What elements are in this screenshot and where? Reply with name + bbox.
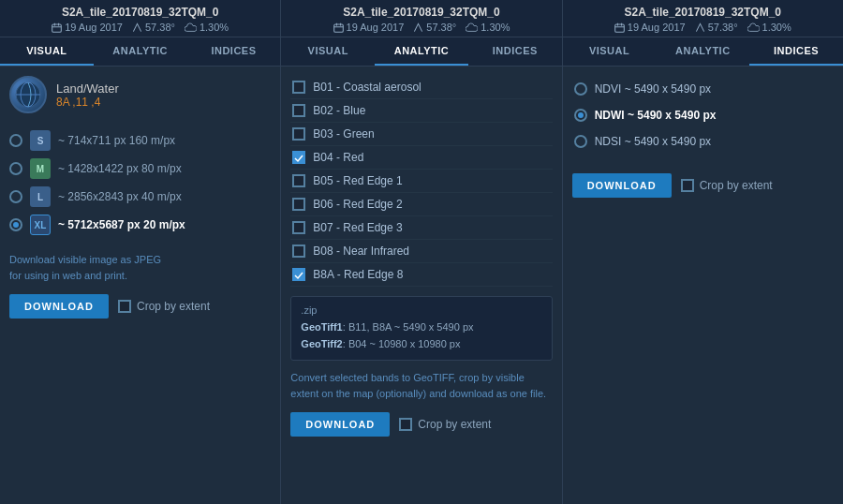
band-B02[interactable]: B02 - Blue	[290, 99, 552, 123]
visual-date: 19 Aug 2017	[52, 22, 123, 33]
product-name: Land/Water	[56, 82, 119, 96]
size-option-l[interactable]: L ~ 2856x2843 px 40 m/px	[9, 183, 271, 211]
band-B06-label: B06 - Red Edge 2	[313, 198, 402, 211]
tab-analytic-analytic[interactable]: ANALYTIC	[375, 37, 468, 66]
convert-info: Convert selected bands to GeoTIFF, crop …	[290, 370, 552, 401]
tab-analytic-visual[interactable]: VISUAL	[281, 37, 375, 66]
product-icon	[9, 76, 47, 113]
checkbox-B03[interactable]	[292, 127, 305, 141]
visual-crop-check[interactable]: Crop by extent	[118, 300, 210, 313]
indices-date: 19 Aug 2017	[614, 22, 686, 33]
radio-xl[interactable]	[9, 218, 22, 231]
tab-visual-visual[interactable]: VISUAL	[0, 37, 94, 66]
product-info: Land/Water 8A ,11 ,4	[56, 82, 119, 109]
analytic-tabs: VISUAL ANALYTIC INDICES	[281, 37, 561, 67]
radio-s[interactable]	[9, 134, 22, 147]
index-NDVI-label: NDVI ~ 5490 x 5490 px	[595, 82, 711, 96]
zip-label: .zip	[301, 304, 541, 316]
zip-key-2: GeoTiff2	[301, 338, 342, 349]
radio-l[interactable]	[9, 190, 22, 203]
checkbox-B04[interactable]	[292, 151, 305, 164]
tab-visual-indices[interactable]: INDICES	[187, 37, 281, 66]
band-B08[interactable]: B08 - Near Infrared	[290, 240, 552, 263]
analytic-crop-check[interactable]: Crop by extent	[399, 418, 491, 431]
checkbox-B05[interactable]	[292, 174, 305, 187]
checkbox-B01[interactable]	[292, 81, 305, 94]
badge-xl: XL	[30, 215, 51, 235]
band-B05-label: B05 - Red Edge 1	[313, 174, 402, 187]
zip-info: .zip GeoTiff1: B11, B8A ~ 5490 x 5490 px…	[290, 296, 552, 361]
svg-rect-0	[52, 24, 62, 32]
analytic-date: 19 Aug 2017	[333, 22, 405, 33]
band-B07[interactable]: B07 - Red Edge 3	[290, 216, 552, 240]
size-option-xl[interactable]: XL ~ 5712x5687 px 20 m/px	[9, 211, 271, 239]
band-B01[interactable]: B01 - Coastal aerosol	[290, 76, 552, 99]
index-NDSI[interactable]: NDSI ~ 5490 x 5490 px	[572, 128, 834, 155]
index-list: NDVI ~ 5490 x 5490 px NDWI ~ 5490 x 5490…	[572, 76, 834, 155]
band-list: B01 - Coastal aerosol B02 - Blue B03 - G…	[290, 76, 552, 287]
tab-indices-indices[interactable]: INDICES	[749, 37, 843, 66]
checkbox-B8A[interactable]	[292, 268, 305, 281]
analytic-download-button[interactable]: DOWNLOAD	[290, 412, 390, 437]
zip-value-2: B04 ~ 10980 x 10980 px	[348, 338, 461, 349]
band-B03[interactable]: B03 - Green	[290, 123, 552, 146]
indices-panel: S2A_tile_20170819_32TQM_0 19 Aug 2017 57…	[563, 0, 843, 504]
radio-m[interactable]	[9, 162, 22, 175]
visual-crop-checkbox[interactable]	[118, 300, 131, 313]
indices-cloud: 1.30%	[747, 22, 791, 33]
size-options: S ~ 714x711 px 160 m/px M ~ 1428x1422 px…	[9, 126, 271, 239]
band-B07-label: B07 - Red Edge 3	[313, 221, 402, 234]
size-option-m[interactable]: M ~ 1428x1422 px 80 m/px	[9, 155, 271, 183]
visual-download-button[interactable]: DOWNLOAD	[9, 294, 109, 319]
checkbox-B08[interactable]	[292, 245, 305, 258]
tab-visual-analytic[interactable]: ANALYTIC	[94, 37, 187, 66]
tab-analytic-indices[interactable]: INDICES	[468, 37, 562, 66]
zip-value-1: B11, B8A ~ 5490 x 5490 px	[348, 321, 474, 333]
tab-indices-visual[interactable]: VISUAL	[563, 37, 657, 66]
main-panels: S2A_tile_20170819_32TQM_0 19 Aug 2017 57…	[0, 0, 843, 504]
indices-panel-header: S2A_tile_20170819_32TQM_0 19 Aug 2017 57…	[563, 0, 843, 37]
analytic-crop-checkbox[interactable]	[399, 418, 412, 431]
product-bands: 8A ,11 ,4	[56, 96, 119, 109]
size-xl-label: ~ 5712x5687 px 20 m/px	[58, 218, 185, 231]
index-NDWI[interactable]: NDWI ~ 5490 x 5490 px	[572, 102, 834, 128]
band-B8A[interactable]: B8A - Red Edge 8	[290, 263, 552, 287]
band-B01-label: B01 - Coastal aerosol	[313, 81, 421, 94]
visual-crop-label: Crop by extent	[137, 300, 210, 313]
checkbox-B06[interactable]	[292, 198, 305, 211]
indices-download-button[interactable]: DOWNLOAD	[572, 173, 672, 198]
badge-s: S	[30, 130, 51, 151]
index-NDSI-label: NDSI ~ 5490 x 5490 px	[595, 135, 711, 148]
tab-indices-analytic[interactable]: ANALYTIC	[656, 37, 749, 66]
indices-title: S2A_tile_20170819_32TQM_0	[572, 6, 834, 19]
band-B04[interactable]: B04 - Red	[290, 146, 552, 170]
visual-angle: 57.38°	[132, 22, 175, 33]
zip-line-1: GeoTiff1: B11, B8A ~ 5490 x 5490 px	[301, 319, 541, 336]
badge-m: M	[30, 158, 51, 179]
visual-title: S2A_tile_20170819_32TQM_0	[9, 6, 271, 19]
badge-l: L	[30, 186, 51, 207]
zip-key-1: GeoTiff1	[301, 321, 342, 333]
band-B03-label: B03 - Green	[313, 127, 374, 141]
index-NDVI[interactable]: NDVI ~ 5490 x 5490 px	[572, 76, 834, 102]
indices-tabs: VISUAL ANALYTIC INDICES	[563, 37, 843, 67]
radio-NDVI[interactable]	[574, 82, 587, 96]
band-B05[interactable]: B05 - Red Edge 1	[290, 170, 552, 193]
indices-crop-check[interactable]: Crop by extent	[681, 179, 773, 192]
visual-meta: 19 Aug 2017 57.38° 1.30%	[9, 22, 271, 33]
index-NDWI-label: NDWI ~ 5490 x 5490 px	[595, 109, 717, 122]
band-B02-label: B02 - Blue	[313, 104, 365, 117]
visual-panel: S2A_tile_20170819_32TQM_0 19 Aug 2017 57…	[0, 0, 281, 504]
band-B06[interactable]: B06 - Red Edge 2	[290, 193, 552, 216]
checkbox-B07[interactable]	[292, 221, 305, 234]
indices-crop-checkbox[interactable]	[681, 179, 694, 192]
visual-cloud: 1.30%	[185, 22, 229, 33]
size-l-label: ~ 2856x2843 px 40 m/px	[58, 190, 182, 203]
visual-body: Land/Water 8A ,11 ,4 S ~ 714x711 px 160 …	[0, 67, 280, 504]
radio-NDSI[interactable]	[574, 135, 587, 148]
zip-line-2: GeoTiff2: B04 ~ 10980 x 10980 px	[301, 336, 541, 353]
checkbox-B02[interactable]	[292, 104, 305, 117]
analytic-body: B01 - Coastal aerosol B02 - Blue B03 - G…	[281, 67, 561, 504]
radio-NDWI[interactable]	[574, 109, 587, 122]
size-option-s[interactable]: S ~ 714x711 px 160 m/px	[9, 126, 271, 155]
